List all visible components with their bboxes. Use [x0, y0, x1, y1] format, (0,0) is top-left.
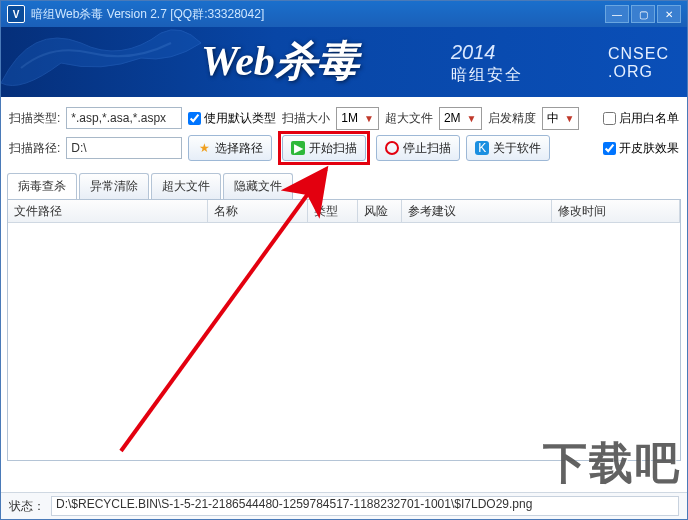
- info-icon: K: [475, 141, 489, 155]
- results-table: 文件路径 名称 类型 风险 参考建议 修改时间: [7, 199, 681, 461]
- choose-path-button[interactable]: ★ 选择路径: [188, 135, 272, 161]
- play-icon: ▶: [291, 141, 305, 155]
- tab-virus-scan[interactable]: 病毒查杀: [7, 173, 77, 199]
- stop-icon: [385, 141, 399, 155]
- scan-size-label: 扫描大小: [282, 110, 330, 127]
- col-filepath[interactable]: 文件路径: [8, 200, 208, 222]
- tab-bar: 病毒查杀 异常清除 超大文件 隐藏文件: [7, 173, 687, 199]
- stop-scan-button[interactable]: 停止扫描: [376, 135, 460, 161]
- chevron-down-icon: ▼: [364, 113, 374, 124]
- banner-org: CNSEC .ORG: [608, 45, 669, 81]
- scan-type-input[interactable]: [66, 107, 182, 129]
- maximize-button[interactable]: ▢: [631, 5, 655, 23]
- status-label: 状态：: [9, 498, 45, 515]
- banner-subtitle: 暗组安全: [451, 65, 523, 86]
- controls-row-2: 扫描路径: ★ 选择路径 ▶ 开始扫描 停止扫描 K 关于软件: [9, 133, 679, 163]
- use-default-check-icon[interactable]: [188, 112, 201, 125]
- skin-checkbox[interactable]: 开皮肤效果: [603, 140, 679, 157]
- whitelist-check-icon[interactable]: [603, 112, 616, 125]
- tab-hidden-files[interactable]: 隐藏文件: [223, 173, 293, 199]
- watermark-text: 下载吧: [543, 434, 681, 493]
- precision-value: 中: [547, 110, 559, 127]
- precision-select[interactable]: 中 ▼: [542, 107, 580, 130]
- whitelist-checkbox[interactable]: 启用白名单: [603, 110, 679, 127]
- about-button[interactable]: K 关于软件: [466, 135, 550, 161]
- chevron-down-icon: ▼: [467, 113, 477, 124]
- col-risk[interactable]: 风险: [358, 200, 402, 222]
- table-header: 文件路径 名称 类型 风险 参考建议 修改时间: [8, 200, 680, 223]
- about-label: 关于软件: [493, 140, 541, 157]
- banner-year: 2014: [451, 41, 496, 64]
- col-type[interactable]: 类型: [308, 200, 358, 222]
- chevron-down-icon: ▼: [565, 113, 575, 124]
- titlebar: V 暗组Web杀毒 Version 2.7 [QQ群:33328042] — ▢…: [1, 1, 687, 27]
- skin-check-icon[interactable]: [603, 142, 616, 155]
- choose-path-label: 选择路径: [215, 140, 263, 157]
- scan-path-label: 扫描路径:: [9, 140, 60, 157]
- status-value: D:\$RECYCLE.BIN\S-1-5-21-2186544480-1259…: [51, 496, 679, 516]
- scan-size-select[interactable]: 1M ▼: [336, 107, 379, 130]
- status-bar: 状态： D:\$RECYCLE.BIN\S-1-5-21-2186544480-…: [1, 492, 687, 519]
- start-scan-label: 开始扫描: [309, 140, 357, 157]
- use-default-label: 使用默认类型: [204, 110, 276, 127]
- col-suggest[interactable]: 参考建议: [402, 200, 552, 222]
- big-file-select[interactable]: 2M ▼: [439, 107, 482, 130]
- controls-row-1: 扫描类型: 使用默认类型 扫描大小 1M ▼ 超大文件 2M ▼ 启发精度 中 …: [9, 103, 679, 133]
- scan-path-input[interactable]: [66, 137, 182, 159]
- col-mtime[interactable]: 修改时间: [552, 200, 680, 222]
- app-logo-icon: V: [7, 5, 25, 23]
- big-file-label: 超大文件: [385, 110, 433, 127]
- app-window: V 暗组Web杀毒 Version 2.7 [QQ群:33328042] — ▢…: [0, 0, 688, 520]
- table-body: [8, 223, 680, 459]
- col-name[interactable]: 名称: [208, 200, 308, 222]
- banner-org-2: .ORG: [608, 63, 653, 80]
- tab-big-files[interactable]: 超大文件: [151, 173, 221, 199]
- close-button[interactable]: ✕: [657, 5, 681, 23]
- star-icon: ★: [197, 141, 211, 155]
- banner: Web杀毒 2014 暗组安全 CNSEC .ORG: [1, 27, 687, 97]
- window-title: 暗组Web杀毒 Version 2.7 [QQ群:33328042]: [31, 6, 264, 23]
- banner-title: Web杀毒: [201, 33, 359, 89]
- tab-anomaly-clean[interactable]: 异常清除: [79, 173, 149, 199]
- stop-scan-label: 停止扫描: [403, 140, 451, 157]
- precision-label: 启发精度: [488, 110, 536, 127]
- skin-label: 开皮肤效果: [619, 140, 679, 157]
- use-default-checkbox[interactable]: 使用默认类型: [188, 110, 276, 127]
- scan-type-label: 扫描类型:: [9, 110, 60, 127]
- start-scan-button[interactable]: ▶ 开始扫描: [282, 135, 366, 161]
- minimize-button[interactable]: —: [605, 5, 629, 23]
- dragon-icon: [1, 27, 211, 97]
- banner-org-1: CNSEC: [608, 45, 669, 62]
- highlight-frame: ▶ 开始扫描: [278, 131, 370, 165]
- controls-panel: 扫描类型: 使用默认类型 扫描大小 1M ▼ 超大文件 2M ▼ 启发精度 中 …: [1, 97, 687, 167]
- scan-size-value: 1M: [341, 111, 358, 125]
- big-file-value: 2M: [444, 111, 461, 125]
- whitelist-label: 启用白名单: [619, 110, 679, 127]
